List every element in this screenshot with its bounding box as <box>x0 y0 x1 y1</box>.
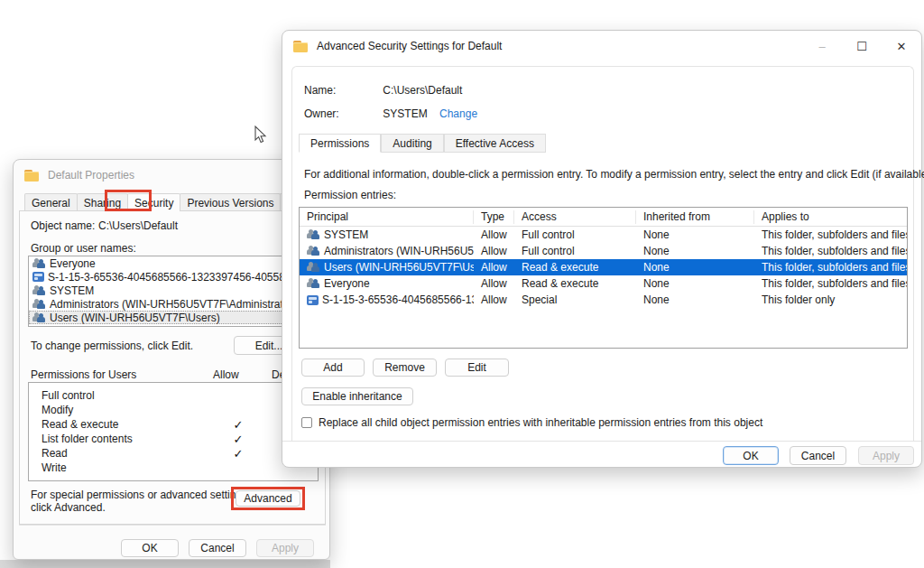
permission-entries-label: Permission entries: <box>304 189 396 201</box>
advanced-dialog-title: Advanced Security Settings for Default <box>317 40 502 52</box>
list-item-administrators[interactable]: Administrators (WIN-URH56U5VT7F\Administ… <box>29 297 318 311</box>
name-row: Name: C:\Users\Default <box>304 84 462 97</box>
advanced-hint-line2: click Advanced. <box>31 501 106 514</box>
permission-row-full-control[interactable]: Full control <box>29 388 318 403</box>
ok-button[interactable]: OK <box>723 446 779 465</box>
owner-value: SYSTEM <box>383 107 427 120</box>
list-item-users[interactable]: Users (WIN-URH56U5VT7F\Users) <box>29 311 318 324</box>
replace-permissions-checkbox[interactable] <box>301 417 312 428</box>
advanced-button[interactable]: Advanced <box>236 490 300 507</box>
enable-inheritance-button[interactable]: Enable inheritance <box>301 387 413 405</box>
users-icon <box>307 229 320 240</box>
list-item-system[interactable]: SYSTEM <box>29 284 318 297</box>
column-principal[interactable]: Principal <box>300 210 474 224</box>
tab-sharing[interactable]: Sharing <box>77 193 128 211</box>
allow-checkmark[interactable]: ✓ <box>220 447 256 461</box>
advanced-security-settings-dialog: Advanced Security Settings for Default –… <box>282 30 922 468</box>
tab-permissions[interactable]: Permissions <box>299 134 381 153</box>
advanced-hint-line1: For special permissions or advanced sett… <box>31 489 250 501</box>
edit-button[interactable]: Edit <box>445 358 509 377</box>
permission-row-read-execute[interactable]: Read & execute✓ <box>29 417 318 432</box>
advanced-tab-strip: Permissions Auditing Effective Access <box>299 134 546 153</box>
change-permissions-text: To change permissions, click Edit. <box>31 340 193 352</box>
table-row[interactable]: S-1-15-3-65536-4045685566-132... Allow S… <box>300 292 907 308</box>
users-icon <box>307 278 320 289</box>
footer-divider <box>282 441 921 442</box>
desktop-background: Default Properties General Sharing Secur… <box>0 0 924 568</box>
apply-button[interactable]: Apply <box>858 446 914 465</box>
tab-auditing[interactable]: Auditing <box>381 134 443 153</box>
name-label: Name: <box>304 84 380 97</box>
mouse-cursor <box>254 126 268 145</box>
tab-security[interactable]: Security <box>127 193 180 211</box>
table-row-selected[interactable]: Users (WIN-URH56U5VT7F\Users) Allow Read… <box>300 259 907 275</box>
allow-checkmark[interactable]: ✓ <box>220 418 256 432</box>
users-icon <box>307 262 320 273</box>
permissions-list[interactable]: Full control Modify Read & execute✓ List… <box>28 382 319 481</box>
users-icon <box>32 299 46 310</box>
users-icon <box>307 246 320 256</box>
allow-checkmark[interactable]: ✓ <box>220 433 256 446</box>
permission-row-write[interactable]: Write <box>29 461 318 475</box>
object-name-value: C:\Users\Default <box>98 219 178 232</box>
list-item-sid[interactable]: S-1-15-3-65536-4045685566-1323397456-405… <box>29 270 318 284</box>
folder-icon <box>293 41 308 52</box>
folder-icon <box>24 170 39 182</box>
table-header[interactable]: Principal Type Access Inherited from App… <box>300 208 907 227</box>
maximize-icon[interactable]: ☐ <box>855 40 869 53</box>
ok-button[interactable]: OK <box>121 539 179 557</box>
minimize-icon[interactable]: – <box>815 40 829 53</box>
app-icon <box>307 295 319 305</box>
add-button[interactable]: Add <box>301 358 365 377</box>
owner-row: Owner: SYSTEM Change <box>304 107 477 120</box>
users-icon <box>32 258 46 269</box>
column-type[interactable]: Type <box>474 210 514 224</box>
tab-effective-access[interactable]: Effective Access <box>444 134 546 153</box>
permission-entries-table[interactable]: Principal Type Access Inherited from App… <box>299 207 908 349</box>
change-owner-link[interactable]: Change <box>439 107 477 120</box>
replace-permissions-label: Replace all child object permission entr… <box>319 416 762 429</box>
app-icon <box>32 272 44 282</box>
object-name-label: Object name: <box>31 219 95 232</box>
tab-general[interactable]: General <box>24 193 78 211</box>
apply-button[interactable]: Apply <box>256 539 314 557</box>
users-icon <box>32 312 46 323</box>
column-access[interactable]: Access <box>514 210 636 224</box>
properties-dialog-title: Default Properties <box>48 169 134 182</box>
remove-button[interactable]: Remove <box>373 358 437 377</box>
background-strip <box>0 560 330 568</box>
owner-label: Owner: <box>304 107 380 120</box>
name-value: C:\Users\Default <box>383 84 462 97</box>
group-user-names-label: Group or user names: <box>31 242 136 255</box>
allow-column-header: Allow <box>213 368 239 381</box>
column-applies-to[interactable]: Applies to <box>754 210 907 224</box>
info-text: For additional information, double-click… <box>304 168 924 181</box>
column-inherited-from[interactable]: Inherited from <box>636 210 754 224</box>
users-icon <box>32 285 46 296</box>
footer-divider <box>19 525 326 526</box>
cancel-button[interactable]: Cancel <box>189 539 246 557</box>
table-row[interactable]: Administrators (WIN-URH56U5... Allow Ful… <box>300 243 907 259</box>
list-item-everyone[interactable]: Everyone <box>29 256 318 270</box>
group-user-names-list[interactable]: Everyone S-1-15-3-65536-4045685566-13233… <box>28 256 319 327</box>
tab-previous-versions[interactable]: Previous Versions <box>180 193 281 211</box>
table-row[interactable]: SYSTEM Allow Full control None This fold… <box>300 227 907 243</box>
replace-permissions-checkrow: Replace all child object permission entr… <box>301 416 762 429</box>
permission-row-list-folder-contents[interactable]: List folder contents✓ <box>29 432 318 446</box>
advanced-titlebar[interactable]: Advanced Security Settings for Default –… <box>282 31 921 61</box>
permissions-for-users-label: Permissions for Users <box>31 368 136 381</box>
cancel-button[interactable]: Cancel <box>790 446 846 465</box>
close-icon[interactable]: ✕ <box>894 40 909 53</box>
permission-row-modify[interactable]: Modify <box>29 403 318 417</box>
permission-row-read[interactable]: Read✓ <box>29 446 318 461</box>
table-row[interactable]: Everyone Allow Read & execute None This … <box>300 275 907 292</box>
